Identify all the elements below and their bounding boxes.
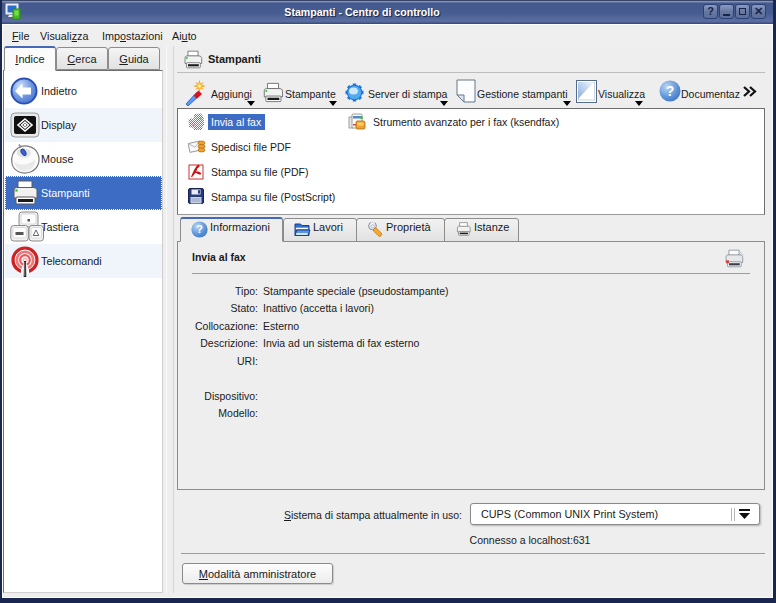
svg-text:?: ? (196, 223, 203, 235)
svg-text:?: ? (666, 83, 675, 99)
